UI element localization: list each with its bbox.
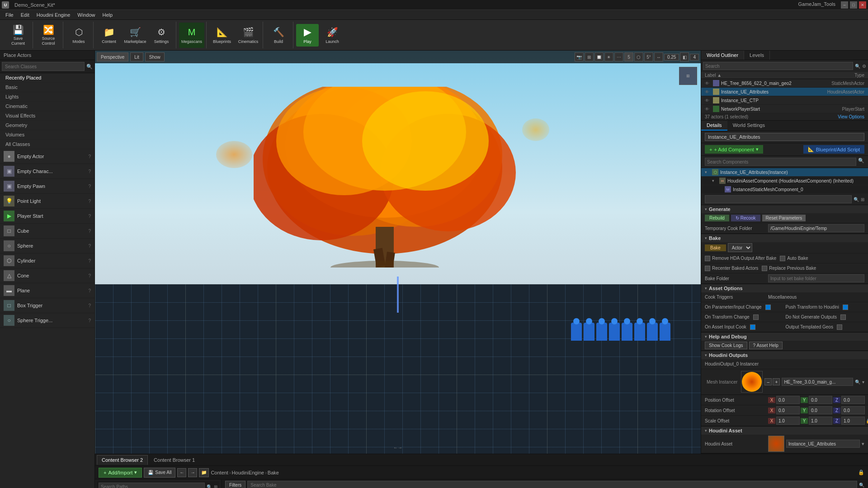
save-all-button[interactable]: 💾 Save All — [144, 468, 175, 478]
generate-header[interactable]: ▾ Generate — [701, 205, 868, 213]
actor-sphere[interactable]: ○ Sphere ? — [0, 239, 94, 253]
push-transform-checkbox[interactable] — [843, 305, 848, 310]
show-button[interactable]: Show — [145, 52, 165, 61]
viewport-grid-icon[interactable]: ⊞ — [585, 52, 594, 61]
breadcrumb-bake[interactable]: Bake — [268, 470, 279, 475]
menu-window[interactable]: Window — [74, 11, 99, 19]
search-components-icon[interactable]: 🔍 — [858, 158, 864, 166]
world-settings-tab[interactable]: World Settings — [727, 121, 770, 131]
show-cook-logs-button[interactable]: Show Cook Logs — [705, 342, 747, 349]
recook-button[interactable]: ↻ Recook — [731, 215, 760, 221]
outliner-item-playerstart[interactable]: 👁 NetworkPlayerStart PlayerStart — [701, 105, 868, 113]
comp-static-mesh[interactable]: M InstancedStaticMeshComponent_0 — [701, 185, 868, 194]
houdini-asset-input[interactable] — [786, 440, 860, 448]
menu-edit[interactable]: Edit — [17, 11, 33, 19]
details-search-input[interactable] — [705, 195, 852, 203]
details-tab[interactable]: Details — [701, 121, 727, 131]
breadcrumb-houdini[interactable]: HoudiniEngine — [232, 470, 264, 475]
viewport-angle-icon[interactable]: ⬡ — [634, 52, 643, 61]
comp-houdini-asset[interactable]: ▾ H HoudiniAssetComponent (HoudiniAssetC… — [701, 177, 868, 185]
menu-help[interactable]: Help — [99, 11, 116, 19]
outliner-item-instance[interactable]: 👁 Instance_UE_Attributes HoudiniAssetAct… — [701, 88, 868, 96]
recenter-checkbox[interactable] — [705, 266, 710, 271]
auto-bake-checkbox[interactable] — [780, 256, 785, 261]
menu-file[interactable]: File — [2, 11, 17, 19]
build-button[interactable]: 🔨 Build — [266, 23, 291, 48]
category-recently-placed[interactable]: Recently Placed — [0, 73, 94, 83]
on-input-checkbox[interactable] — [750, 324, 755, 330]
viewport[interactable]: Perspective Lit Show 📷 ⊞ 🔲 ☀ ⋯ 5 ⬡ 5° ↔ … — [95, 51, 701, 454]
output-templated-checkbox[interactable] — [837, 324, 842, 330]
asset-help-button[interactable]: ? Asset Help — [749, 342, 783, 349]
mesh-plus-button[interactable]: + — [773, 378, 780, 385]
breadcrumb-content[interactable]: Content — [211, 470, 228, 475]
add-import-button[interactable]: + Add/Import ▾ — [99, 468, 142, 478]
menu-houdini-engine[interactable]: Houdini Engine — [33, 11, 74, 19]
remove-hda-checkbox[interactable] — [705, 256, 710, 261]
marketplace-button[interactable]: 🛒 Marketplace — [123, 23, 148, 48]
help-debug-header[interactable]: ▾ Help and Debug — [701, 333, 868, 341]
megascans-button[interactable]: M Megascans — [179, 23, 204, 48]
outliner-filter-icon[interactable]: ⚙ — [862, 64, 866, 69]
rot-x-input[interactable] — [776, 406, 800, 414]
world-outliner-tab[interactable]: World Outliner — [701, 51, 744, 60]
outliner-search-icon[interactable]: 🔍 — [855, 64, 860, 69]
modes-button[interactable]: ⬡ Modes — [66, 23, 91, 48]
save-current-button[interactable]: 💾 Save Current — [5, 23, 31, 48]
instance-name-input[interactable] — [705, 133, 864, 141]
cinematics-button[interactable]: 🎬 Cinematics — [236, 23, 261, 48]
levels-tab[interactable]: Levels — [744, 51, 770, 60]
comp-root[interactable]: ▾ ⬡ Instance_UE_Attributes(Instance) — [701, 168, 868, 177]
outliner-search-input[interactable] — [703, 62, 853, 70]
rebuild-button[interactable]: Rebuild — [705, 215, 729, 221]
details-grid-icon[interactable]: ⊞ — [861, 197, 864, 202]
mesh-browse-icon[interactable]: ▾ — [862, 380, 864, 385]
search-paths-icon[interactable]: 🔍 — [207, 484, 212, 488]
houdini-outputs-header[interactable]: ▾ Houdini Outputs — [701, 351, 868, 359]
viewport-lighting-icon[interactable]: ☀ — [604, 52, 613, 61]
content-button[interactable]: 📁 Content — [96, 23, 122, 48]
details-search-icon[interactable]: 🔍 — [854, 197, 859, 202]
search-icon[interactable]: 🔍 — [86, 64, 93, 70]
viewport-more-icon[interactable]: ⋯ — [614, 52, 623, 61]
pos-y-input[interactable] — [809, 396, 832, 404]
actor-empty-pawn[interactable]: ▣ Empty Pawn ? — [0, 179, 94, 194]
actor-empty-actor[interactable]: ● Empty Actor ? — [0, 149, 94, 164]
blueprint-script-button[interactable]: 📐 Blueprint/Add Script — [803, 145, 864, 154]
category-volumes[interactable]: Volumes — [0, 130, 94, 140]
add-component-button[interactable]: + + Add Component ▾ — [705, 145, 763, 154]
houdini-asset-dropdown[interactable]: ▾ — [862, 441, 864, 447]
play-button[interactable]: ▶ Play — [296, 24, 319, 47]
actor-plane[interactable]: ▬ Plane ? — [0, 283, 94, 298]
actor-cube[interactable]: □ Cube ? — [0, 224, 94, 239]
actor-box-trigger[interactable]: □ Box Trigger ? — [0, 298, 94, 313]
mesh-search-icon[interactable]: 🔍 — [855, 380, 860, 385]
actor-player-start[interactable]: ▶ Player Start ? — [0, 209, 94, 224]
viewport-nav-cube[interactable]: ⊞ — [679, 67, 697, 85]
asset-search-icon[interactable]: 🔍 — [859, 483, 864, 488]
outliner-item-tree[interactable]: 👁 HE_Tree_8656_622_0_main_geo2 StaticMes… — [701, 79, 868, 88]
blueprints-button[interactable]: 📐 Blueprints — [209, 23, 235, 48]
nav-forward-button[interactable]: → — [188, 468, 197, 477]
search-classes-input[interactable] — [2, 62, 85, 71]
nav-up-button[interactable]: 📁 — [199, 468, 209, 477]
close-button[interactable]: ✕ — [859, 1, 866, 9]
bake-actor-dropdown[interactable]: Actor — [728, 243, 752, 252]
rot-y-input[interactable] — [809, 406, 832, 414]
bake-button[interactable]: Bake — [705, 244, 726, 251]
viewport-scale-icon[interactable]: ↔ — [654, 52, 663, 61]
pos-z-input[interactable] — [841, 396, 865, 404]
category-cinematic[interactable]: Cinematic — [0, 102, 94, 111]
viewport-five-icon[interactable]: 5 — [624, 52, 633, 61]
reset-params-button[interactable]: Reset Parameters — [762, 215, 806, 221]
viewport-shadow-level[interactable]: 4 — [690, 54, 699, 61]
scale-x-input[interactable] — [776, 417, 800, 425]
on-param-checkbox[interactable] — [765, 305, 771, 310]
launch-button[interactable]: 🚀 Launch — [320, 23, 345, 48]
source-control-button[interactable]: 🔀 Source Control — [36, 23, 61, 48]
mesh-name-input[interactable] — [782, 378, 853, 386]
nav-back-button[interactable]: ← — [177, 468, 186, 477]
category-basic[interactable]: Basic — [0, 83, 94, 92]
scale-link-icon[interactable]: 🔒 — [866, 418, 868, 423]
settings-button[interactable]: ⚙ Settings — [149, 23, 174, 48]
